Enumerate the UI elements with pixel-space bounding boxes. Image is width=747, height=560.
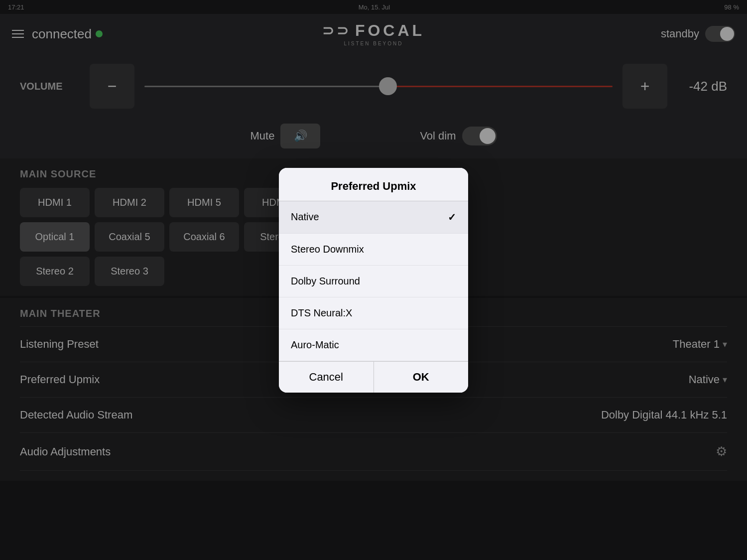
modal-item-stereo-downmix-label: Stereo Downmix: [291, 244, 364, 255]
modal-item-auro-matic[interactable]: Auro-Matic: [279, 329, 468, 361]
modal-cancel-button[interactable]: Cancel: [279, 362, 374, 393]
modal-actions: Cancel OK: [279, 361, 468, 393]
preferred-upmix-modal: Preferred Upmix Native ✓ Stereo Downmix …: [279, 168, 468, 393]
modal-item-auro-matic-label: Auro-Matic: [291, 339, 339, 351]
modal-item-dts-neural[interactable]: DTS Neural:X: [279, 297, 468, 329]
modal-item-dolby-surround[interactable]: Dolby Surround: [279, 266, 468, 297]
modal-item-native[interactable]: Native ✓: [279, 201, 468, 234]
checkmark-icon: ✓: [448, 211, 456, 223]
modal-item-stereo-downmix[interactable]: Stereo Downmix: [279, 234, 468, 266]
modal-item-native-label: Native: [291, 211, 319, 223]
modal-item-dolby-surround-label: Dolby Surround: [291, 276, 360, 287]
modal-item-dts-neural-label: DTS Neural:X: [291, 307, 352, 319]
modal-ok-button[interactable]: OK: [374, 362, 469, 393]
modal-overlay[interactable]: Preferred Upmix Native ✓ Stereo Downmix …: [0, 0, 747, 560]
modal-title: Preferred Upmix: [279, 168, 468, 201]
